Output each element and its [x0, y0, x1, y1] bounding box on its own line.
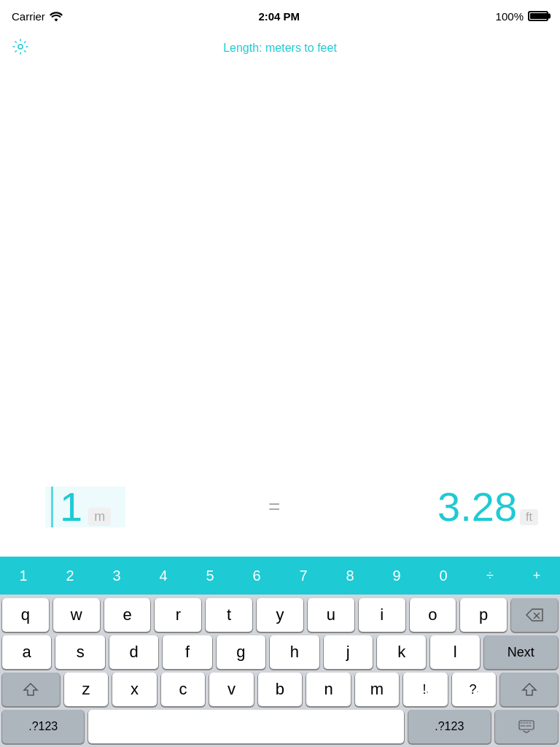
- keyboard: 1 2 3 4 5 6 7 8 9 0 ÷ + q w e r t y u i …: [0, 557, 560, 747]
- status-bar: Carrier 2:04 PM 100%: [0, 0, 560, 32]
- status-time: 2:04 PM: [258, 10, 300, 23]
- num-key-1[interactable]: 1: [0, 557, 47, 595]
- key-row-2: a s d f g h j k l Next: [0, 632, 560, 669]
- carrier-info: Carrier: [12, 10, 63, 23]
- shift-key-right[interactable]: [500, 673, 558, 706]
- key-exclaim[interactable]: !,: [403, 673, 448, 706]
- input-value: 1: [51, 487, 82, 527]
- key-r[interactable]: r: [155, 598, 201, 632]
- key-question[interactable]: ?.: [452, 673, 497, 706]
- key-y[interactable]: y: [257, 598, 303, 632]
- num-key-9[interactable]: 9: [373, 557, 420, 595]
- num-key-8[interactable]: 8: [327, 557, 373, 595]
- key-o[interactable]: o: [410, 598, 456, 632]
- key-g[interactable]: g: [217, 635, 265, 669]
- key-row-3: z x c v b n m !, ?.: [0, 669, 560, 706]
- num-key-0[interactable]: 0: [420, 557, 467, 595]
- shift-key-left[interactable]: [2, 673, 60, 706]
- key-m[interactable]: m: [355, 673, 400, 706]
- key-b[interactable]: b: [258, 673, 303, 706]
- equals-sign: =: [268, 495, 280, 519]
- num-key-2[interactable]: 2: [47, 557, 93, 595]
- svg-rect-4: [519, 721, 534, 729]
- main-content: 1 m = 3.28 ft: [0, 64, 560, 557]
- key-t[interactable]: t: [206, 598, 252, 632]
- output-side: 3.28 ft: [438, 487, 538, 527]
- key-z[interactable]: z: [64, 673, 109, 706]
- wifi-icon: [50, 11, 63, 21]
- num-key-7[interactable]: 7: [280, 557, 327, 595]
- key-u[interactable]: u: [308, 598, 354, 632]
- num-key-4[interactable]: 4: [140, 557, 187, 595]
- num-key-3[interactable]: 3: [93, 557, 140, 595]
- space-key[interactable]: [88, 710, 404, 743]
- key-e[interactable]: e: [104, 598, 151, 632]
- next-key[interactable]: Next: [484, 635, 558, 669]
- key-f[interactable]: f: [163, 635, 211, 669]
- key-q[interactable]: q: [2, 598, 49, 632]
- number-row: 1 2 3 4 5 6 7 8 9 0 ÷ +: [0, 557, 560, 595]
- key-h[interactable]: h: [270, 635, 319, 669]
- key-w[interactable]: w: [53, 598, 100, 632]
- output-unit: ft: [520, 509, 538, 525]
- title-bar: Length: meters to feet: [0, 32, 560, 64]
- svg-point-1: [18, 44, 23, 49]
- key-row-1: q w e r t y u i o p: [0, 595, 560, 632]
- key-i[interactable]: i: [359, 598, 405, 632]
- carrier-label: Carrier: [12, 10, 45, 23]
- battery-icon: [528, 11, 548, 21]
- battery-area: 100%: [496, 10, 548, 23]
- key-a[interactable]: a: [2, 635, 51, 669]
- num-key-5[interactable]: 5: [187, 557, 233, 595]
- page-title: Length: meters to feet: [223, 42, 337, 55]
- key-x[interactable]: x: [112, 673, 157, 706]
- key-row-bottom: .?123 .?123: [0, 706, 560, 747]
- conversion-display: 1 m = 3.28 ft: [0, 479, 560, 535]
- text-cursor: [51, 487, 53, 527]
- key-p[interactable]: p: [460, 598, 507, 632]
- num-key-plus[interactable]: +: [513, 557, 560, 595]
- key-n[interactable]: n: [306, 673, 351, 706]
- key-l[interactable]: l: [430, 635, 479, 669]
- key-k[interactable]: k: [377, 635, 426, 669]
- battery-percent: 100%: [496, 10, 524, 23]
- num-key-divide[interactable]: ÷: [467, 557, 513, 595]
- settings-icon[interactable]: [12, 38, 29, 58]
- input-unit: m: [88, 508, 111, 526]
- key-j[interactable]: j: [324, 635, 373, 669]
- input-side: 1 m: [51, 487, 111, 527]
- symbols-key-left[interactable]: .?123: [2, 710, 84, 743]
- key-d[interactable]: d: [109, 635, 158, 669]
- keyboard-dismiss-key[interactable]: [495, 710, 559, 743]
- backspace-key[interactable]: [511, 598, 558, 632]
- key-c[interactable]: c: [161, 673, 206, 706]
- symbols-key-right[interactable]: .?123: [408, 710, 490, 743]
- num-key-6[interactable]: 6: [233, 557, 280, 595]
- output-value: 3.28: [438, 487, 517, 527]
- key-s[interactable]: s: [55, 635, 104, 669]
- key-v[interactable]: v: [209, 673, 254, 706]
